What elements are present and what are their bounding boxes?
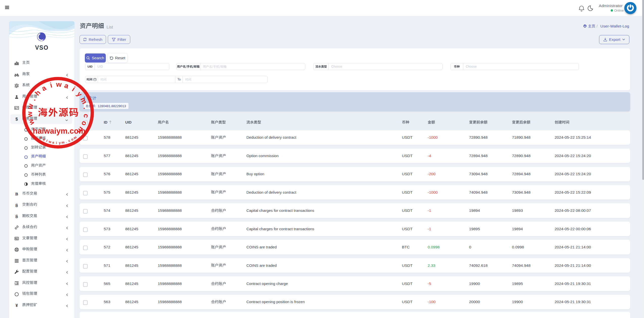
- svg-text:w: w: [56, 80, 62, 89]
- svg-text:.: .: [29, 97, 37, 102]
- svg-text:B: B: [15, 203, 18, 207]
- svg-text:a: a: [64, 81, 70, 90]
- svg-text:B: B: [15, 214, 18, 218]
- svg-text:c: c: [68, 138, 71, 143]
- svg-text:i: i: [56, 141, 57, 145]
- svg-text:o: o: [80, 120, 89, 127]
- svg-text:y: y: [59, 141, 61, 145]
- svg-text:w: w: [48, 139, 52, 144]
- svg-text:i: i: [49, 81, 53, 89]
- svg-text:w: w: [26, 111, 34, 118]
- svg-text:i: i: [46, 139, 48, 142]
- svg-text:c: c: [82, 113, 91, 118]
- svg-text:.: .: [65, 140, 67, 143]
- svg-text:w: w: [26, 103, 35, 110]
- svg-text:¥: ¥: [15, 303, 18, 308]
- svg-text:m: m: [61, 140, 65, 145]
- svg-text:w: w: [27, 118, 36, 126]
- svg-text:a: a: [40, 84, 47, 93]
- svg-text:h: h: [39, 136, 43, 140]
- svg-text:i: i: [71, 85, 76, 93]
- svg-text:a: a: [52, 140, 55, 144]
- svg-text:a: a: [42, 137, 46, 141]
- svg-text:y: y: [75, 90, 84, 98]
- svg-text:B: B: [15, 192, 18, 196]
- svg-text:.: .: [82, 106, 90, 110]
